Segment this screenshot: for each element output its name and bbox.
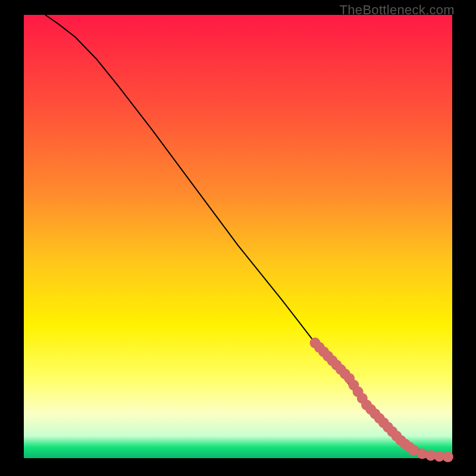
chart-frame: TheBottleneck.com bbox=[0, 0, 476, 476]
chart-svg bbox=[24, 15, 452, 458]
chart-point bbox=[443, 452, 453, 462]
chart-plot-area bbox=[24, 15, 452, 458]
chart-gradient-background bbox=[24, 15, 452, 458]
